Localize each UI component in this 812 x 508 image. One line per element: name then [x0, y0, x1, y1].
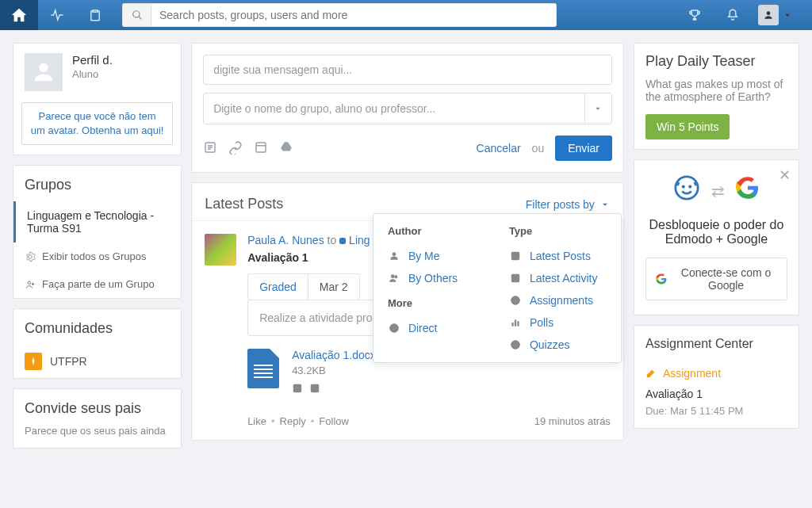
filter-polls-label: Polls: [530, 316, 553, 329]
teaser-play-button[interactable]: Win 5 Points: [645, 114, 730, 139]
filter-type-heading: Type: [509, 225, 607, 237]
attachment-filename-link[interactable]: Avaliação 1.docx: [292, 349, 376, 361]
invite-heading: Convide seus pais: [13, 389, 181, 425]
user-plus-icon: [25, 279, 36, 290]
nav-trophy-button[interactable]: [676, 0, 714, 30]
chevron-down-icon: [592, 103, 603, 114]
composer-card: digite sua mensagem aqui... Digite o nom…: [191, 43, 624, 173]
filter-by-others-label: By Others: [408, 272, 458, 285]
svg-point-18: [676, 177, 698, 199]
chevron-down-icon: [782, 10, 793, 21]
composer-send-button[interactable]: Enviar: [555, 136, 612, 161]
post-group-link[interactable]: Ling: [349, 234, 370, 246]
post-author-avatar[interactable]: [205, 234, 236, 265]
edmodo-logo-icon: [673, 174, 700, 207]
invite-parents-card: Convide seus pais Parece que os seus pai…: [13, 388, 182, 449]
svg-rect-12: [511, 323, 513, 327]
filter-dropdown: Author By Me By Others More Direct: [373, 213, 622, 363]
svg-rect-4: [256, 143, 266, 152]
filter-posts-button[interactable]: Filter posts by: [526, 198, 611, 211]
svg-rect-14: [517, 321, 519, 326]
post-timestamp: 19 minutos atrás: [534, 415, 611, 427]
check-circle-icon: [510, 295, 521, 306]
show-all-groups-label: Exibir todos os Grupos: [42, 250, 147, 262]
attachment-save-icon[interactable]: [309, 383, 320, 396]
join-group-label: Faça parte de um Grupo: [42, 278, 155, 290]
join-group-link[interactable]: Faça parte de um Grupo: [13, 270, 181, 298]
attachment-filesize: 43.2KB: [292, 365, 376, 376]
clipboard-icon: [88, 8, 102, 22]
show-all-groups-link[interactable]: Exibir todos os Grupos: [13, 243, 181, 270]
search-input[interactable]: [151, 4, 556, 26]
filter-direct-label: Direct: [408, 322, 438, 334]
google-logo-icon: [656, 272, 667, 286]
group-item-active[interactable]: Linguagem e Tecnologia - Turma S91: [13, 201, 181, 243]
edit-icon: [645, 368, 657, 379]
post-footer: Like • Reply • Follow 19 minutos atrás: [192, 409, 623, 440]
post-like-link[interactable]: Like: [247, 415, 266, 427]
assignment-link[interactable]: Assignment: [634, 359, 799, 388]
filter-latest-activity-label: Latest Activity: [530, 272, 598, 285]
post-due-date: Mar 2: [308, 274, 359, 300]
post-follow-link[interactable]: Follow: [319, 415, 349, 427]
avatar-prompt-link[interactable]: Parece que você não tem um avatar. Obten…: [21, 102, 173, 145]
trophy-icon: [688, 8, 702, 22]
filter-assignments[interactable]: Assignments: [509, 289, 607, 311]
svg-point-19: [682, 185, 685, 188]
profile-name: Perfil d.: [72, 53, 113, 67]
composer-message-input[interactable]: digite sua mensagem aqui...: [203, 55, 612, 85]
close-promo-button[interactable]: ✕: [779, 166, 791, 184]
svg-point-20: [688, 185, 691, 188]
nav-right: [676, 0, 799, 30]
profile-role: Aluno: [72, 68, 113, 80]
filter-assignments-label: Assignments: [530, 294, 593, 307]
attach-link-icon[interactable]: [228, 140, 243, 157]
top-navbar: [0, 0, 812, 30]
google-connect-button[interactable]: Conecte-se com o Google: [645, 258, 787, 300]
user-avatar-icon: [758, 5, 779, 25]
search-icon: [123, 4, 151, 26]
nav-clipboard-button[interactable]: [76, 0, 114, 30]
svg-point-6: [391, 275, 394, 278]
bell-icon: [726, 8, 740, 22]
file-doc-icon[interactable]: [247, 349, 279, 388]
teaser-heading: Play Daily Teaser: [645, 53, 787, 70]
nav-activity-button[interactable]: [38, 0, 76, 30]
filter-more-heading: More: [388, 297, 485, 309]
filter-quizzes[interactable]: Quizzes: [509, 334, 607, 356]
filter-polls[interactable]: Polls: [509, 311, 607, 334]
attachment-preview-icon[interactable]: [292, 383, 303, 396]
community-item[interactable]: UTFPR: [13, 345, 181, 378]
avatar-prompt-text: Parece que você não tem um avatar. Obten…: [31, 110, 164, 136]
filter-by-others[interactable]: By Others: [388, 267, 485, 289]
post-graded-badge[interactable]: Graded: [248, 274, 308, 300]
svg-rect-13: [515, 320, 516, 327]
arrow-right-circle-icon: [389, 323, 400, 334]
post-status-pill: Graded Mar 2: [247, 273, 360, 300]
google-connect-label: Conecte-se com o Google: [675, 266, 777, 292]
svg-rect-17: [311, 384, 318, 392]
filter-direct[interactable]: Direct: [388, 317, 485, 339]
community-badge-icon: [25, 353, 42, 370]
assignment-center-card: Assignment Center Assignment Avaliação 1…: [634, 325, 799, 429]
profile-card: Perfil d. Aluno Parece que você não tem …: [13, 43, 182, 155]
filter-by-me[interactable]: By Me: [388, 245, 485, 267]
gear-icon: [25, 251, 36, 262]
post-author-link[interactable]: Paula A. Nunes: [247, 234, 324, 246]
groups-card: Grupos Linguagem e Tecnologia - Turma S9…: [13, 165, 182, 299]
post-reply-link[interactable]: Reply: [280, 415, 306, 427]
assignment-due: Due: Mar 5 11:45 PM: [645, 405, 787, 417]
attach-library-icon[interactable]: [254, 140, 268, 157]
svg-point-5: [393, 253, 396, 256]
attach-note-icon[interactable]: [203, 140, 217, 157]
posts-card: Latest Posts Filter posts by Author By M…: [191, 182, 624, 441]
user-menu-button[interactable]: [752, 0, 799, 30]
nav-notifications-button[interactable]: [714, 0, 752, 30]
filter-latest-posts[interactable]: Latest Posts: [509, 245, 607, 267]
filter-latest-activity[interactable]: Latest Activity: [509, 267, 607, 289]
composer-recipient-chevron[interactable]: [584, 94, 611, 124]
composer-cancel-link[interactable]: Cancelar: [477, 142, 521, 155]
composer-recipient-select[interactable]: Digite o nome do grupo, aluno ou profess…: [203, 93, 612, 124]
nav-home-button[interactable]: [0, 0, 38, 30]
attach-drive-icon[interactable]: [279, 140, 293, 157]
